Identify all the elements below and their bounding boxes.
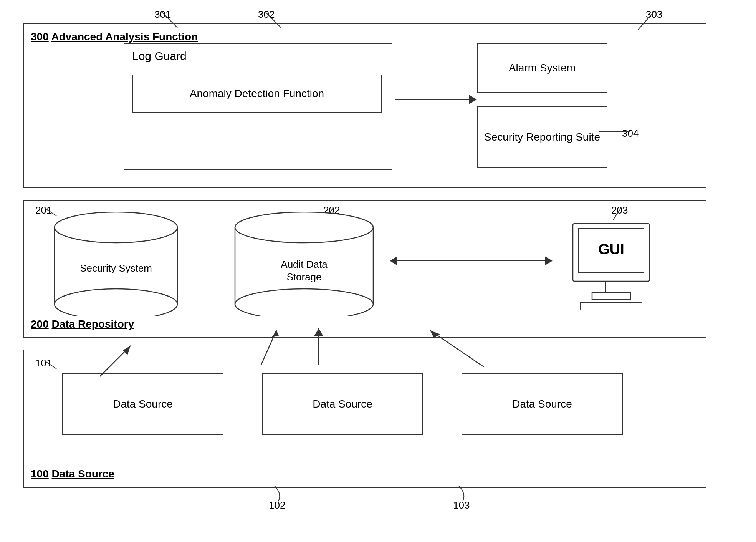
svg-rect-20 — [592, 293, 630, 300]
alarm-system-box: Alarm System — [477, 43, 607, 93]
dbl-arrow-storage-gui — [390, 260, 552, 261]
layer-middle-label: 200 Data Repository — [31, 318, 134, 330]
callout-101 — [45, 357, 68, 373]
svg-text:Security System: Security System — [80, 262, 152, 274]
log-guard-label: Log Guard — [132, 50, 187, 63]
svg-text:Audit Data: Audit Data — [281, 259, 328, 270]
svg-point-12 — [235, 212, 373, 243]
data-source-box-3: Data Source — [462, 373, 623, 435]
gui-computer: GUI — [561, 220, 661, 312]
svg-point-8 — [55, 212, 177, 243]
security-reporting-box: Security Reporting Suite — [477, 106, 607, 168]
data-source-box-1: Data Source — [62, 373, 223, 435]
callout-203 — [621, 204, 644, 220]
log-guard-box: Log Guard Anomaly Detection Function — [124, 43, 392, 170]
security-system-cylinder: Security System — [47, 212, 185, 316]
anomaly-detection-label: Anomaly Detection Function — [190, 88, 324, 100]
callout-303 — [653, 8, 677, 31]
svg-line-22 — [45, 361, 56, 369]
svg-point-13 — [235, 289, 373, 316]
data-source-label-1: Data Source — [113, 398, 173, 410]
layer-top: 300 Advanced Analysis Function 301 302 3… — [23, 23, 706, 188]
layer-top-label: 300 Advanced Analysis Function — [31, 31, 198, 43]
svg-line-29 — [430, 330, 484, 367]
svg-marker-26 — [272, 330, 279, 337]
callout-102-line — [275, 486, 298, 501]
alarm-system-label: Alarm System — [509, 62, 576, 74]
svg-text:Storage: Storage — [286, 271, 321, 283]
data-source-label-3: Data Source — [512, 398, 572, 410]
data-source-label-2: Data Source — [313, 398, 372, 410]
anomaly-detection-box: Anomaly Detection Function — [132, 75, 382, 113]
arrow-ds1-security — [100, 346, 177, 376]
layer-middle: 200 Data Repository 201 202 203 Security — [23, 200, 706, 338]
svg-rect-21 — [581, 302, 642, 310]
arrow-logguard-alarm — [395, 99, 476, 100]
svg-line-1 — [266, 12, 281, 28]
svg-text:GUI: GUI — [598, 241, 624, 257]
callout-103-line — [459, 486, 482, 501]
svg-marker-24 — [123, 346, 131, 355]
callout-301 — [162, 8, 200, 31]
svg-point-9 — [55, 289, 177, 316]
security-reporting-label: Security Reporting Suite — [484, 130, 600, 144]
layer-bottom-label: 100 Data Source — [31, 468, 114, 480]
data-source-box-2: Data Source — [262, 373, 423, 435]
audit-data-storage-cylinder: Audit Data Storage — [227, 212, 381, 316]
callout-302 — [266, 8, 304, 31]
svg-marker-28 — [314, 328, 323, 336]
svg-marker-30 — [430, 330, 440, 338]
svg-line-0 — [162, 12, 177, 28]
callout-304 — [630, 128, 660, 143]
svg-rect-19 — [605, 281, 617, 293]
arrow-ds3-audit — [407, 330, 484, 367]
diagram-container: 300 Advanced Analysis Function 301 302 3… — [23, 23, 733, 522]
arrow-ds2-audit — [307, 328, 330, 365]
